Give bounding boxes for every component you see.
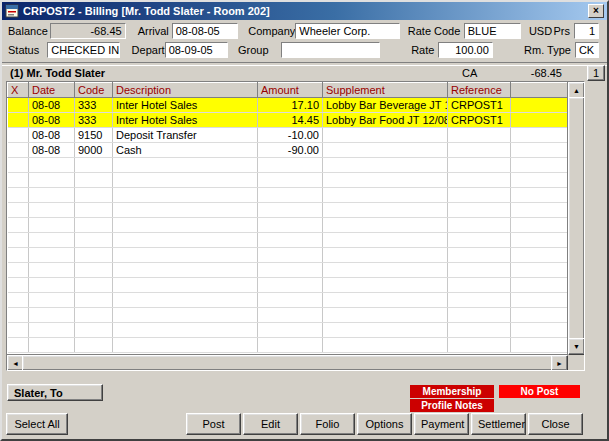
grid-cell (448, 218, 511, 233)
rate-code-field[interactable]: BLUE (464, 23, 521, 39)
rm-type-field[interactable]: CK (575, 42, 599, 58)
transaction-row (8, 278, 568, 293)
select-all-button[interactable]: Select All (6, 413, 68, 435)
depart-field[interactable]: 08-09-05 (165, 42, 228, 58)
window-title: CRPOST2 - Billing [Mr. Todd Slater - Roo… (23, 5, 270, 17)
status-label: Status (8, 44, 47, 56)
vertical-scrollbar[interactable]: ▲ ▼ (567, 82, 584, 355)
post-button[interactable]: Post (186, 413, 241, 435)
transaction-row[interactable]: 08-089150Deposit Transfer-10.00 (8, 128, 568, 143)
grid-cell[interactable]: Inter Hotel Sales (113, 98, 258, 113)
column-header-supplement[interactable]: Supplement (323, 83, 448, 98)
grid-cell[interactable]: CRPOST1 (448, 113, 511, 128)
prs-field[interactable]: 1 (574, 23, 599, 39)
folio-window-1-button[interactable]: 1 (587, 65, 605, 81)
vertical-scroll-thumb[interactable] (568, 97, 585, 340)
grid-cell[interactable] (511, 113, 568, 128)
grid-cell[interactable]: 17.10 (258, 98, 323, 113)
grid-cell[interactable] (511, 128, 568, 143)
grid-cell[interactable]: 08-08 (29, 98, 75, 113)
app-window: CRPOST2 - Billing [Mr. Todd Slater - Roo… (0, 0, 609, 441)
close-window-button[interactable]: Close (528, 413, 583, 435)
depart-label: Depart (132, 44, 165, 56)
grid-cell[interactable]: 08-08 (29, 143, 75, 158)
grid-cell[interactable] (8, 143, 29, 158)
group-field[interactable] (281, 42, 380, 58)
no-post-badge: No Post (499, 385, 580, 398)
payment-button[interactable]: Payment (414, 413, 469, 435)
grid-cell (113, 338, 258, 353)
settlement-button[interactable]: Settlement (471, 413, 526, 435)
column-header-code[interactable]: Code (75, 83, 113, 98)
rate-field[interactable]: 100.00 (438, 42, 492, 58)
grid-cell[interactable] (323, 143, 448, 158)
arrival-field[interactable]: 08-08-05 (172, 23, 239, 39)
grid-cell (29, 263, 75, 278)
grid-cell[interactable] (448, 143, 511, 158)
edit-button[interactable]: Edit (243, 413, 298, 435)
grid-cell[interactable]: 9150 (75, 128, 113, 143)
grid-cell[interactable]: 08-08 (29, 113, 75, 128)
scroll-right-icon[interactable]: ► (551, 355, 568, 371)
transaction-row[interactable]: 08-08333Inter Hotel Sales17.10Lobby Bar … (8, 98, 568, 113)
company-field[interactable]: Wheeler Corp. (295, 23, 399, 39)
grid-cell (448, 173, 511, 188)
grid-cell (448, 263, 511, 278)
grid-cell[interactable] (448, 128, 511, 143)
payment-type: CA (462, 67, 496, 79)
column-header-date[interactable]: Date (29, 83, 75, 98)
grid-cell[interactable]: Lobby Bar Food JT 12/08/0 (323, 113, 448, 128)
grid-cell (29, 158, 75, 173)
guest-tab-button[interactable]: Slater, To (7, 384, 103, 401)
membership-badge[interactable]: Membership (410, 385, 494, 398)
grid-cell[interactable] (511, 143, 568, 158)
column-header-reference[interactable]: Reference (448, 83, 511, 98)
grid-cell (29, 188, 75, 203)
grid-cell (29, 323, 75, 338)
grid-cell[interactable]: -90.00 (258, 143, 323, 158)
transaction-row[interactable]: 08-08333Inter Hotel Sales14.45Lobby Bar … (8, 113, 568, 128)
scroll-down-icon[interactable]: ▼ (568, 338, 585, 355)
grid-cell (113, 263, 258, 278)
grid-cell[interactable] (8, 98, 29, 113)
horizontal-scrollbar[interactable]: ◄ ► (7, 354, 568, 370)
grid-cell (448, 323, 511, 338)
grid-cell[interactable] (511, 98, 568, 113)
grid-cell[interactable]: Deposit Transfer (113, 128, 258, 143)
options-button[interactable]: Options (357, 413, 412, 435)
grid-cell[interactable]: 9000 (75, 143, 113, 158)
grid-cell[interactable]: 333 (75, 113, 113, 128)
grid-cell[interactable]: -10.00 (258, 128, 323, 143)
grid-cell (448, 203, 511, 218)
folio-button[interactable]: Folio (300, 413, 355, 435)
grid-cell[interactable] (8, 128, 29, 143)
grid-cell (8, 173, 29, 188)
grid-cell (448, 188, 511, 203)
transaction-row[interactable]: 08-089000Cash-90.00 (8, 143, 568, 158)
horizontal-scroll-thumb[interactable] (22, 355, 553, 371)
grid-cell[interactable] (323, 128, 448, 143)
grid-cell (113, 308, 258, 323)
profile-notes-badge[interactable]: Profile Notes (410, 399, 494, 412)
transaction-row (8, 158, 568, 173)
grid-cell[interactable]: 08-08 (29, 128, 75, 143)
close-button[interactable]: × (588, 4, 604, 18)
column-header-x[interactable]: X (8, 83, 29, 98)
grid-cell[interactable]: 333 (75, 98, 113, 113)
grid-cell[interactable]: Lobby Bar Beverage JT 12/0 (323, 98, 448, 113)
column-header-description[interactable]: Description (113, 83, 258, 98)
grid-cell[interactable]: Cash (113, 143, 258, 158)
grid-cell (511, 323, 568, 338)
grid-cell[interactable] (8, 113, 29, 128)
transaction-row (8, 263, 568, 278)
grid-cell[interactable]: 14.45 (258, 113, 323, 128)
grid-cell (258, 278, 323, 293)
grid-cell (258, 323, 323, 338)
grid-cell[interactable]: Inter Hotel Sales (113, 113, 258, 128)
grid-cell[interactable]: CRPOST1 (448, 98, 511, 113)
grid-cell (258, 158, 323, 173)
currency-label: USD (529, 25, 554, 37)
column-header-amount[interactable]: Amount (258, 83, 323, 98)
grid-cell (75, 293, 113, 308)
grid-cell (323, 218, 448, 233)
